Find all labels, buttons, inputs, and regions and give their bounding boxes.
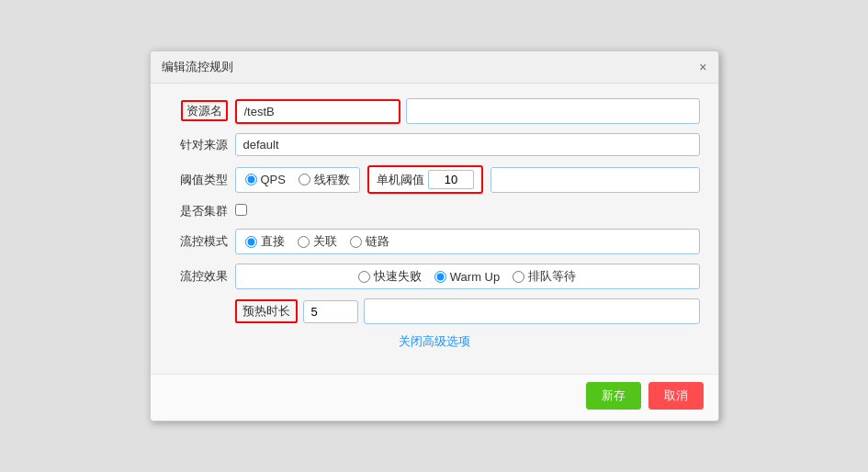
flow-related-label: 关联	[313, 233, 337, 250]
effect-warm-up-radio[interactable]	[434, 271, 446, 283]
is-cluster-label: 是否集群	[169, 203, 235, 219]
flow-related-radio[interactable]	[298, 236, 310, 248]
cancel-button[interactable]: 取消	[648, 382, 704, 410]
flow-effect-row: 流控效果 快速失败 Warm Up 排队等待	[169, 264, 700, 289]
threshold-type-group: QPS 线程数	[235, 167, 360, 193]
warm-time-input[interactable]	[303, 300, 358, 323]
effect-warm-up-label: Warm Up	[450, 270, 500, 284]
effect-queue-label: 排队等待	[528, 268, 576, 285]
close-advanced-link[interactable]: 关闭高级选项	[399, 334, 470, 348]
flow-chain-item[interactable]: 链路	[350, 233, 389, 250]
target-source-label: 针对来源	[169, 137, 235, 153]
flow-mode-label: 流控模式	[169, 233, 235, 250]
qps-radio-item[interactable]: QPS	[245, 173, 286, 186]
target-source-row: 针对来源	[169, 133, 700, 156]
flow-mode-row: 流控模式 直接 关联 链路	[169, 229, 700, 254]
qps-radio[interactable]	[245, 174, 257, 185]
warm-time-wrapper: 预热时长	[235, 298, 700, 324]
single-threshold-wrapper: 单机阈值	[367, 165, 483, 194]
is-cluster-checkbox[interactable]	[235, 204, 247, 216]
effect-queue-item[interactable]: 排队等待	[513, 268, 576, 285]
dialog-footer: 新存 取消	[151, 374, 718, 421]
dialog-body: 资源名 针对来源 阈值类型 QPS	[151, 84, 718, 374]
warm-time-filler	[364, 298, 700, 324]
flow-chain-label: 链路	[366, 233, 389, 250]
threshold-type-row: 阈值类型 QPS 线程数 单机阈值	[169, 165, 700, 194]
source-name-field-wrapper	[235, 98, 700, 124]
close-advanced-wrapper: 关闭高级选项	[169, 333, 700, 350]
edit-flow-rule-dialog: 编辑流控规则 × 资源名 针对来源 阈值类型	[150, 51, 719, 421]
close-icon[interactable]: ×	[699, 61, 706, 73]
target-source-input[interactable]	[235, 133, 700, 156]
effect-fast-fail-label: 快速失败	[374, 268, 422, 285]
flow-mode-group: 直接 关联 链路	[235, 229, 700, 254]
thread-label: 线程数	[314, 172, 350, 188]
dialog-title: 编辑流控规则	[162, 59, 233, 75]
flow-direct-item[interactable]: 直接	[245, 233, 285, 250]
flow-direct-label: 直接	[261, 233, 285, 250]
single-threshold-label: 单机阈值	[377, 172, 424, 188]
flow-effect-label: 流控效果	[169, 268, 235, 285]
warm-time-label: 预热时长	[235, 299, 298, 323]
flow-direct-radio[interactable]	[245, 236, 257, 248]
source-name-row: 资源名	[169, 98, 700, 124]
target-source-control	[235, 133, 700, 156]
source-name-label-wrapper: 资源名	[169, 103, 235, 119]
dialog-title-bar: 编辑流控规则 ×	[151, 51, 718, 84]
warm-time-row: 预热时长	[169, 298, 700, 324]
flow-related-item[interactable]: 关联	[298, 233, 337, 250]
flow-effect-group: 快速失败 Warm Up 排队等待	[235, 264, 700, 289]
thread-radio[interactable]	[299, 174, 310, 185]
effect-fast-fail-radio[interactable]	[358, 271, 370, 283]
effect-queue-radio[interactable]	[513, 271, 524, 283]
source-name-label: 资源名	[181, 100, 228, 121]
threshold-type-label: 阈值类型	[169, 172, 235, 188]
threshold-filler	[490, 167, 700, 193]
flow-chain-radio[interactable]	[350, 236, 362, 248]
threshold-controls: QPS 线程数 单机阈值	[235, 165, 700, 194]
effect-fast-fail-item[interactable]: 快速失败	[358, 268, 422, 285]
is-cluster-row: 是否集群	[169, 203, 700, 219]
thread-radio-item[interactable]: 线程数	[299, 172, 350, 188]
source-name-input[interactable]	[235, 99, 400, 124]
is-cluster-control	[235, 204, 700, 219]
qps-label: QPS	[261, 173, 286, 186]
effect-warm-up-item[interactable]: Warm Up	[434, 270, 500, 284]
single-threshold-input[interactable]	[428, 170, 474, 189]
save-button[interactable]: 新存	[586, 382, 641, 410]
